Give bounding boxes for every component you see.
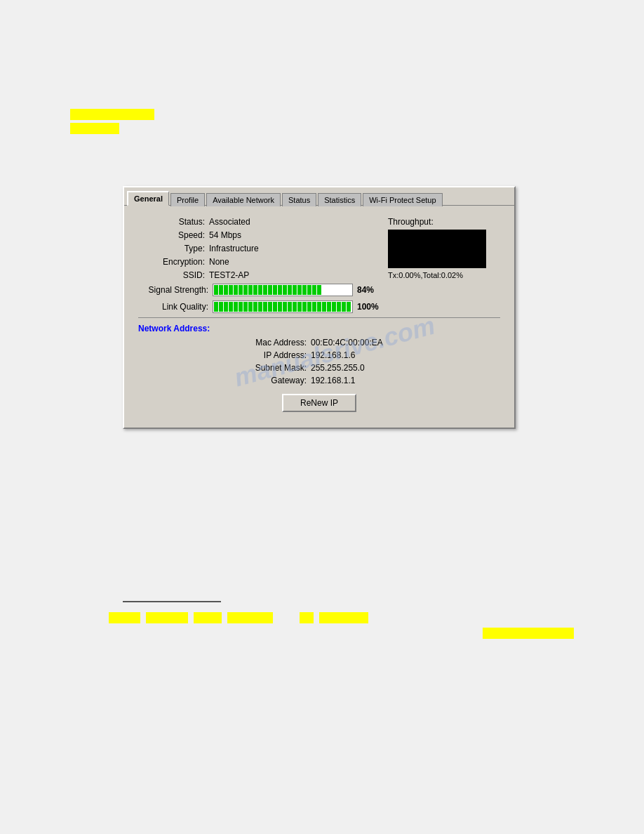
link-quality-row: Link Quality: 100% — [138, 300, 500, 313]
status-row-encryption: Encryption: None — [138, 257, 374, 267]
bottom-highlight-5 — [300, 612, 314, 623]
tab-available-network[interactable]: Available Network — [206, 193, 281, 206]
bottom-highlight-4 — [227, 612, 273, 623]
throughput-label: Throughput: — [388, 217, 500, 227]
status-value: Associated — [209, 217, 250, 227]
bottom-highlight-row2 — [483, 628, 574, 639]
subnet-value: 255.255.255.0 — [311, 363, 409, 373]
renew-ip-button[interactable]: ReNew IP — [282, 394, 356, 412]
link-quality-label: Link Quality: — [138, 302, 208, 312]
tab-status[interactable]: Status — [282, 193, 316, 206]
speed-label: Speed: — [138, 230, 205, 240]
ip-row: IP Address: 192.168.1.6 — [138, 350, 500, 360]
top-highlight-bar-1 — [70, 109, 154, 120]
throughput-value: Tx:0.00%,Total:0.02% — [388, 271, 500, 279]
status-label: Status: — [138, 217, 205, 227]
gateway-label: Gateway: — [229, 376, 307, 385]
network-address-section: Network Address: Mac Address: 00:E0:4C:0… — [138, 324, 500, 385]
signal-bar-fill — [213, 284, 352, 296]
encryption-value: None — [209, 257, 229, 267]
bottom-highlight-6 — [319, 612, 368, 623]
status-section: Status: Associated Speed: 54 Mbps Type: … — [138, 217, 374, 284]
wifi-dialog: General Profile Available Network Status… — [123, 186, 516, 429]
tab-bar: General Profile Available Network Status… — [124, 187, 514, 206]
ip-value: 192.168.1.6 — [311, 350, 409, 360]
subnet-label: Subnet Mask: — [229, 363, 307, 373]
status-row-status: Status: Associated — [138, 217, 374, 227]
bottom-highlights-row1 — [109, 612, 368, 623]
status-row-speed: Speed: 54 Mbps — [138, 230, 374, 240]
bottom-highlight-3 — [194, 612, 222, 623]
divider — [138, 317, 500, 318]
dialog-content: Status: Associated Speed: 54 Mbps Type: … — [124, 206, 514, 428]
signal-strength-percent: 84% — [357, 285, 374, 295]
subnet-row: Subnet Mask: 255.255.255.0 — [138, 363, 500, 373]
bottom-underline — [123, 601, 221, 602]
throughput-display — [388, 230, 486, 268]
gateway-value: 192.168.1.1 — [311, 376, 409, 385]
status-row-ssid: SSID: TEST2-AP — [138, 270, 374, 280]
tab-statistics[interactable]: Statistics — [318, 193, 361, 206]
quality-bar-fill — [213, 301, 352, 312]
type-value: Infrastructure — [209, 244, 259, 253]
ssid-value: TEST2-AP — [209, 270, 249, 280]
network-address-title: Network Address: — [138, 324, 500, 333]
signal-strength-bar — [213, 284, 353, 296]
tab-profile[interactable]: Profile — [170, 193, 205, 206]
signal-strength-label: Signal Strength: — [138, 285, 208, 295]
top-content-grid: Status: Associated Speed: 54 Mbps Type: … — [138, 217, 500, 284]
gateway-row: Gateway: 192.168.1.1 — [138, 376, 500, 385]
signal-strength-row: Signal Strength: 84% — [138, 284, 500, 296]
encryption-label: Encryption: — [138, 257, 205, 267]
mac-value: 00:E0:4C:00:00:EA — [311, 338, 409, 348]
throughput-section: Throughput: Tx:0.00%,Total:0.02% — [388, 217, 500, 284]
mac-row: Mac Address: 00:E0:4C:00:00:EA — [138, 338, 500, 348]
top-highlight-bar-2 — [70, 123, 119, 134]
tab-wifi-protect-setup[interactable]: Wi-Fi Protect Setup — [363, 193, 442, 206]
ip-label: IP Address: — [229, 350, 307, 360]
type-label: Type: — [138, 244, 205, 253]
bottom-highlight-1 — [109, 612, 140, 623]
status-row-type: Type: Infrastructure — [138, 244, 374, 253]
mac-label: Mac Address: — [229, 338, 307, 348]
speed-value: 54 Mbps — [209, 230, 241, 240]
bottom-highlight-2 — [146, 612, 188, 623]
tab-general[interactable]: General — [127, 191, 169, 206]
link-quality-bar — [213, 300, 353, 313]
ssid-label: SSID: — [138, 270, 205, 280]
link-quality-percent: 100% — [357, 302, 379, 312]
renew-btn-container: ReNew IP — [138, 394, 500, 412]
